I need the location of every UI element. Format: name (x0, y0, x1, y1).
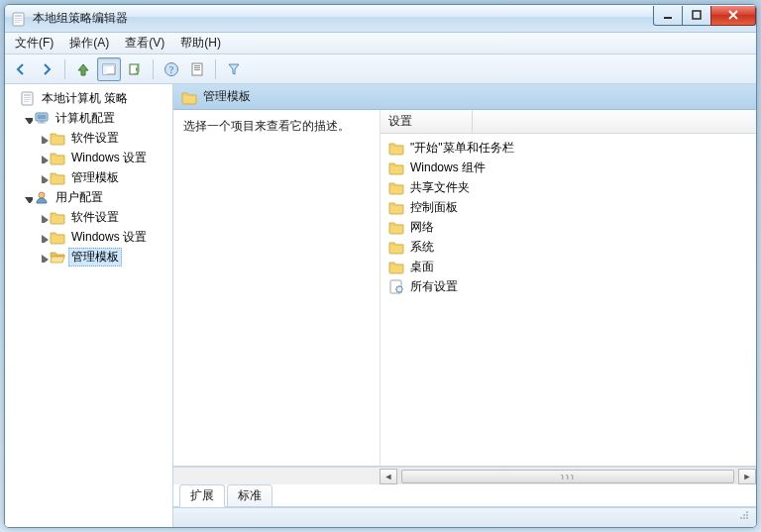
minimize-button[interactable] (653, 6, 683, 26)
expand-twisty-icon[interactable] (37, 172, 49, 183)
horizontal-scrollbar-row: ◄ ℩℩℩ ► (173, 467, 756, 484)
maximize-button[interactable] (682, 6, 711, 26)
user-icon (34, 189, 50, 205)
svg-rect-23 (693, 11, 701, 19)
svg-rect-24 (746, 517, 748, 519)
tree-label: 软件设置 (68, 208, 122, 227)
menu-view[interactable]: 查看(V) (119, 33, 170, 53)
tree-root-label: 本地计算机 策略 (39, 89, 131, 108)
toolbar-separator (215, 59, 216, 79)
tree-label: 管理模板 (68, 248, 122, 266)
list-item[interactable]: "开始"菜单和任务栏 (380, 138, 756, 158)
back-button[interactable] (9, 57, 33, 81)
list-item[interactable]: 控制面板 (380, 197, 756, 217)
menu-action[interactable]: 操作(A) (63, 33, 115, 53)
folder-icon (50, 169, 65, 185)
list-item-label: 系统 (410, 239, 434, 256)
scroll-track[interactable]: ℩℩℩ (397, 469, 738, 484)
window-controls (654, 6, 756, 26)
gpedit-icon (20, 90, 36, 106)
window-title: 本地组策略编辑器 (33, 10, 128, 27)
svg-rect-22 (664, 17, 672, 19)
settings-list: 设置 "开始"菜单和任务栏Windows 组件共享文件夹控制面板网络系统桌面所有… (380, 110, 756, 466)
tree-pane[interactable]: 本地计算机 策略 计算机配置 软件设置 Windows 设置 管理模板 (5, 84, 173, 527)
tree-label: 软件设置 (68, 129, 122, 148)
folder-icon (388, 140, 404, 156)
tree-user-config[interactable]: 用户配置 (7, 187, 170, 207)
app-window: 本地组策略编辑器 文件(F) 操作(A) 查看(V) 帮助(H) 本地计算机 (4, 4, 757, 528)
collapse-twisty-icon[interactable] (21, 113, 33, 124)
folder-icon (181, 89, 197, 105)
tree-label: 计算机配置 (53, 109, 118, 128)
list-item-label: Windows 组件 (410, 160, 486, 176)
column-header-setting[interactable]: 设置 (388, 110, 473, 133)
details-pane: 管理模板 选择一个项目来查看它的描述。 设置 "开始"菜单和任务栏Windows… (173, 84, 756, 527)
folder-icon (50, 209, 65, 225)
expand-twisty-icon[interactable] (37, 232, 49, 243)
tree-computer-config[interactable]: 计算机配置 (7, 108, 170, 128)
list-item-label: 桌面 (410, 259, 434, 275)
app-icon (11, 11, 27, 27)
svg-rect-27 (746, 514, 748, 516)
resize-grip-icon[interactable] (736, 507, 750, 521)
tree-user-admin[interactable]: 管理模板 (7, 247, 170, 266)
computer-icon (34, 110, 50, 126)
details-content: 选择一个项目来查看它的描述。 设置 "开始"菜单和任务栏Windows 组件共享… (173, 110, 756, 467)
list-item-label: 控制面板 (410, 199, 458, 216)
client-area: 本地计算机 策略 计算机配置 软件设置 Windows 设置 管理模板 (5, 84, 756, 527)
list-body[interactable]: "开始"菜单和任务栏Windows 组件共享文件夹控制面板网络系统桌面所有设置 (380, 134, 756, 466)
tree-label: Windows 设置 (68, 228, 150, 247)
menu-file[interactable]: 文件(F) (9, 33, 59, 53)
scroll-thumb[interactable]: ℩℩℩ (401, 470, 734, 483)
forward-button[interactable] (35, 57, 58, 81)
svg-rect-25 (743, 517, 745, 519)
expand-twisty-icon[interactable] (37, 153, 49, 163)
folder-icon (388, 199, 404, 215)
list-item-label: 所有设置 (410, 278, 458, 295)
column-header-label: 设置 (388, 113, 412, 130)
menu-help[interactable]: 帮助(H) (174, 33, 227, 53)
tree-user-windows[interactable]: Windows 设置 (7, 227, 170, 247)
tab-standard[interactable]: 标准 (227, 484, 272, 507)
list-item-label: 共享文件夹 (410, 179, 470, 196)
show-tree-button[interactable] (97, 57, 121, 81)
svg-rect-26 (740, 517, 742, 519)
list-item[interactable]: Windows 组件 (380, 158, 756, 177)
statusbar (173, 507, 756, 527)
filter-button[interactable] (222, 57, 246, 81)
tree-label: Windows 设置 (68, 149, 150, 167)
close-button[interactable] (710, 6, 756, 26)
help-button[interactable] (160, 57, 183, 81)
collapse-twisty-icon[interactable] (21, 192, 33, 203)
expand-twisty-icon[interactable] (37, 212, 49, 223)
tree-user-software[interactable]: 软件设置 (7, 207, 170, 227)
list-item[interactable]: 所有设置 (380, 276, 756, 296)
tabs-row: 扩展 标准 (173, 484, 756, 506)
svg-rect-29 (746, 511, 748, 513)
expand-twisty-icon[interactable] (37, 252, 49, 263)
export-button[interactable] (123, 57, 147, 81)
properties-button[interactable] (185, 57, 209, 81)
tree-root[interactable]: 本地计算机 策略 (7, 88, 170, 108)
tree-computer-admin[interactable]: 管理模板 (7, 167, 170, 187)
tree-computer-windows[interactable]: Windows 设置 (7, 148, 170, 167)
list-item[interactable]: 系统 (380, 237, 756, 257)
description-text: 选择一个项目来查看它的描述。 (183, 119, 350, 133)
tab-extended[interactable]: 扩展 (179, 484, 225, 507)
up-button[interactable] (71, 57, 95, 81)
description-column: 选择一个项目来查看它的描述。 (173, 110, 380, 466)
list-item[interactable]: 桌面 (380, 257, 756, 276)
toolbar (5, 54, 756, 84)
folder-icon (50, 130, 65, 146)
scroll-left-button[interactable]: ◄ (380, 469, 397, 484)
titlebar[interactable]: 本地组策略编辑器 (5, 5, 756, 33)
tree-computer-software[interactable]: 软件设置 (7, 128, 170, 148)
list-header[interactable]: 设置 (380, 110, 756, 134)
folder-icon (50, 150, 65, 165)
scroll-right-button[interactable]: ► (738, 469, 756, 484)
details-title: 管理模板 (203, 88, 251, 105)
list-item[interactable]: 网络 (380, 217, 756, 237)
list-item[interactable]: 共享文件夹 (380, 177, 756, 197)
folder-icon (388, 239, 404, 255)
expand-twisty-icon[interactable] (37, 133, 49, 144)
